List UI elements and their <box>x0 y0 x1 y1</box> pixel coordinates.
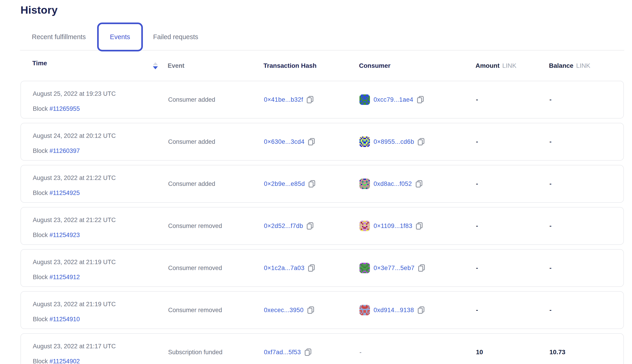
copy-icon[interactable] <box>418 264 425 272</box>
amount-cell: - <box>476 138 478 145</box>
column-header-time[interactable]: Time <box>32 60 47 67</box>
amount-cell: 10 <box>476 348 483 356</box>
consumer-cell: 0xcc79...1ae4 <box>360 94 424 105</box>
consumer-identicon <box>360 305 370 315</box>
consumer-address-link[interactable]: 0xcc79...1ae4 <box>374 96 413 103</box>
copy-icon[interactable] <box>418 306 424 314</box>
consumer-identicon <box>360 136 370 147</box>
sort-control[interactable] <box>153 62 158 69</box>
tx-hash-cell: 0xecec...3950 <box>264 306 314 314</box>
tx-hash-link[interactable]: 0×41be...b32f <box>264 96 303 103</box>
time-cell: August 24, 2022 at 20:12 UTC Block #1126… <box>33 132 116 154</box>
event-date: August 23, 2022 at 21:22 UTC <box>33 216 116 224</box>
copy-icon[interactable] <box>417 96 424 104</box>
time-cell: August 23, 2022 at 21:22 UTC Block #1125… <box>33 174 116 196</box>
block-label: Block <box>33 105 48 112</box>
tx-hash-cell: 0×1c2a...7a03 <box>264 264 315 272</box>
consumer-cell: 0×1109...1f83 <box>360 221 423 231</box>
amount-unit-label: LINK <box>502 62 516 69</box>
event-cell: Consumer added <box>168 138 215 145</box>
column-header-consumer: Consumer <box>359 62 390 70</box>
consumer-identicon <box>360 94 370 105</box>
consumer-address-link[interactable]: - <box>360 349 362 356</box>
block-number-link[interactable]: #11254925 <box>50 190 80 196</box>
block-line: Block #11254923 <box>33 232 116 239</box>
consumer-address-link[interactable]: 0×3e77...5eb7 <box>374 264 414 272</box>
table-row: August 24, 2022 at 20:12 UTC Block #1126… <box>20 123 624 160</box>
event-cell: Subscription funded <box>168 349 222 356</box>
copy-icon[interactable] <box>308 180 315 188</box>
page-title: History <box>20 4 632 16</box>
column-header-amount: AmountLINK <box>476 62 516 70</box>
event-cell: Consumer removed <box>168 222 222 230</box>
block-line: Block #11265955 <box>33 105 116 112</box>
block-number-link[interactable]: #11254912 <box>50 274 80 280</box>
consumer-address-link[interactable]: 0×8955...cd6b <box>374 138 414 145</box>
block-number-link[interactable]: #11260397 <box>50 148 80 154</box>
amount-cell: - <box>476 264 478 272</box>
event-date: August 23, 2022 at 21:19 UTC <box>33 259 116 266</box>
tx-hash-link[interactable]: 0×2d52...f7db <box>264 222 303 230</box>
consumer-cell: 0×3e77...5eb7 <box>360 263 425 273</box>
tx-hash-cell: 0×2d52...f7db <box>264 222 314 230</box>
tab-events[interactable]: Events <box>97 22 143 52</box>
block-label: Block <box>33 316 48 322</box>
time-cell: August 23, 2022 at 21:19 UTC Block #1125… <box>33 259 116 281</box>
balance-cell: - <box>550 180 552 188</box>
tab-failed-requests[interactable]: Failed requests <box>143 22 208 52</box>
consumer-address-link[interactable]: 0xd914...9138 <box>374 307 414 314</box>
balance-cell: - <box>550 264 552 272</box>
event-cell: Consumer added <box>168 180 215 188</box>
block-line: Block #11254910 <box>33 316 116 323</box>
consumer-address-link[interactable]: 0×1109...1f83 <box>374 222 412 230</box>
tab-recent-fulfillments[interactable]: Recent fulfillments <box>20 22 97 52</box>
block-number-link[interactable]: #11254923 <box>50 232 80 238</box>
copy-icon[interactable] <box>308 264 315 272</box>
tx-hash-link[interactable]: 0×2b9e...e85d <box>264 180 305 188</box>
block-number-link[interactable]: #11254910 <box>50 316 80 322</box>
consumer-identicon <box>360 221 370 231</box>
tx-hash-cell: 0×630e...3cd4 <box>264 138 315 146</box>
balance-unit-label: LINK <box>576 62 590 69</box>
copy-icon[interactable] <box>304 348 312 356</box>
tx-hash-cell: 0×2b9e...e85d <box>264 180 315 188</box>
balance-cell: - <box>550 138 552 145</box>
amount-cell: - <box>476 222 478 230</box>
consumer-cell: 0xd8ac...f052 <box>360 178 422 189</box>
block-line: Block #11254902 <box>33 358 116 364</box>
block-line: Block #11254912 <box>33 274 116 281</box>
event-cell: Consumer removed <box>168 307 222 314</box>
copy-icon[interactable] <box>307 306 314 314</box>
block-label: Block <box>33 190 48 196</box>
tx-hash-link[interactable]: 0×1c2a...7a03 <box>264 264 304 272</box>
block-number-link[interactable]: #11265955 <box>50 105 80 112</box>
block-line: Block #11260397 <box>33 148 116 154</box>
block-number-link[interactable]: #11254902 <box>50 358 80 364</box>
consumer-address-link[interactable]: 0xd8ac...f052 <box>374 180 412 188</box>
copy-icon[interactable] <box>308 138 315 146</box>
table-row: August 23, 2022 at 21:22 UTC Block #1125… <box>20 165 624 203</box>
copy-icon[interactable] <box>416 222 423 230</box>
balance-cell: - <box>550 306 552 314</box>
block-line: Block #11254925 <box>33 190 116 196</box>
balance-cell: - <box>550 222 552 230</box>
copy-icon[interactable] <box>416 180 422 188</box>
tx-hash-link[interactable]: 0xf7ad...5f53 <box>264 349 301 356</box>
event-date: August 23, 2022 at 21:22 UTC <box>33 174 116 181</box>
copy-icon[interactable] <box>307 96 314 104</box>
time-cell: August 23, 2022 at 21:22 UTC Block #1125… <box>33 216 116 239</box>
consumer-cell: - <box>360 349 362 356</box>
time-cell: August 23, 2022 at 21:17 UTC Block #1125… <box>33 343 116 364</box>
table-row: August 23, 2022 at 21:19 UTC Block #1125… <box>20 249 624 287</box>
table-row: August 25, 2022 at 19:23 UTC Block #1126… <box>20 81 624 118</box>
tx-hash-cell: 0xf7ad...5f53 <box>264 348 312 356</box>
copy-icon[interactable] <box>307 222 314 230</box>
event-cell: Consumer added <box>168 96 215 103</box>
tx-hash-link[interactable]: 0xecec...3950 <box>264 307 304 314</box>
tx-hash-link[interactable]: 0×630e...3cd4 <box>264 138 304 145</box>
table-row: August 23, 2022 at 21:22 UTC Block #1125… <box>20 207 624 245</box>
amount-cell: - <box>476 96 478 103</box>
history-tabs: Recent fulfillments Events Failed reques… <box>20 22 632 52</box>
copy-icon[interactable] <box>418 138 424 146</box>
time-cell: August 25, 2022 at 19:23 UTC Block #1126… <box>33 90 116 112</box>
